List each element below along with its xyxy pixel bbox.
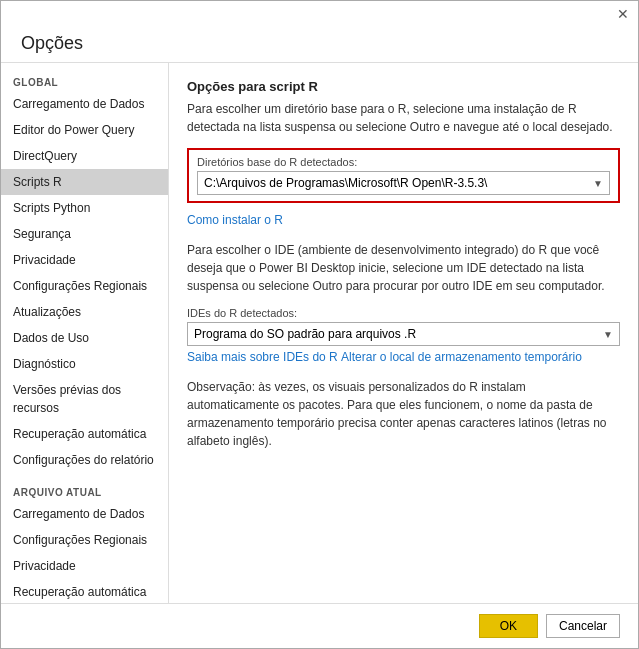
options-dialog: ✕ Opções GLOBAL Carregamento de Dados Ed… — [0, 0, 639, 649]
sidebar-item-scripts-r[interactable]: Scripts R — [1, 169, 168, 195]
sidebar-item-diagnostico[interactable]: Diagnóstico — [1, 351, 168, 377]
sidebar-item-dados-uso[interactable]: Dados de Uso — [1, 325, 168, 351]
close-button[interactable]: ✕ — [614, 5, 632, 23]
storage-link[interactable]: Alterar o local de armazenamento temporá… — [341, 350, 582, 364]
sidebar-item-privacidade[interactable]: Privacidade — [1, 247, 168, 273]
sidebar-item-curr-recuperacao[interactable]: Recuperação automática — [1, 579, 168, 603]
section-title: Opções para script R — [187, 79, 620, 94]
sidebar-item-curr-conf-regionais[interactable]: Configurações Regionais — [1, 527, 168, 553]
sidebar-item-curr-carregamento[interactable]: Carregamento de Dados — [1, 501, 168, 527]
sidebar-item-seguranca[interactable]: Segurança — [1, 221, 168, 247]
description2: Para escolher o IDE (ambiente de desenvo… — [187, 241, 620, 295]
ide-link[interactable]: Saiba mais sobre IDEs do R — [187, 350, 338, 364]
titlebar: ✕ — [1, 1, 638, 27]
sidebar-item-directquery[interactable]: DirectQuery — [1, 143, 168, 169]
dir-dropdown[interactable]: C:\Arquivos de Programas\Microsoft\R Ope… — [197, 171, 610, 195]
current-section-label: ARQUIVO ATUAL — [1, 481, 168, 501]
ok-button[interactable]: OK — [479, 614, 538, 638]
sidebar-item-atualizacoes[interactable]: Atualizações — [1, 299, 168, 325]
sidebar-item-conf-relatorio[interactable]: Configurações do relatório — [1, 447, 168, 473]
sidebar-item-editor[interactable]: Editor do Power Query — [1, 117, 168, 143]
dialog-footer: OK Cancelar — [1, 603, 638, 648]
observation: Observação: às vezes, os visuais persona… — [187, 378, 620, 450]
sidebar-item-recuperacao[interactable]: Recuperação automática — [1, 421, 168, 447]
ide-field-label: IDEs do R detectados: — [187, 307, 620, 319]
sidebar: GLOBAL Carregamento de Dados Editor do P… — [1, 63, 169, 603]
install-link[interactable]: Como instalar o R — [187, 213, 283, 227]
ide-dropdown[interactable]: Programa do SO padrão para arquivos .R ▼ — [187, 322, 620, 346]
sidebar-item-curr-privacidade[interactable]: Privacidade — [1, 553, 168, 579]
dir-dropdown-value: C:\Arquivos de Programas\Microsoft\R Ope… — [204, 176, 487, 190]
dir-field-label: Diretórios base do R detectados: — [197, 156, 610, 168]
sidebar-item-carregamento[interactable]: Carregamento de Dados — [1, 91, 168, 117]
dialog-title: Opções — [1, 27, 638, 63]
dir-field-group: Diretórios base do R detectados: C:\Arqu… — [187, 148, 620, 203]
dialog-body: GLOBAL Carregamento de Dados Editor do P… — [1, 63, 638, 603]
sidebar-item-scripts-python[interactable]: Scripts Python — [1, 195, 168, 221]
sidebar-item-conf-regionais[interactable]: Configurações Regionais — [1, 273, 168, 299]
sidebar-item-versoes[interactable]: Versões prévias dos recursos — [1, 377, 168, 421]
ide-dropdown-arrow: ▼ — [603, 329, 613, 340]
dir-dropdown-row: C:\Arquivos de Programas\Microsoft\R Ope… — [197, 171, 610, 195]
dir-dropdown-arrow: ▼ — [593, 178, 603, 189]
global-section-label: GLOBAL — [1, 71, 168, 91]
ide-dropdown-value: Programa do SO padrão para arquivos .R — [194, 327, 416, 341]
description: Para escolher um diretório base para o R… — [187, 100, 620, 136]
main-content: Opções para script R Para escolher um di… — [169, 63, 638, 603]
cancel-button[interactable]: Cancelar — [546, 614, 620, 638]
